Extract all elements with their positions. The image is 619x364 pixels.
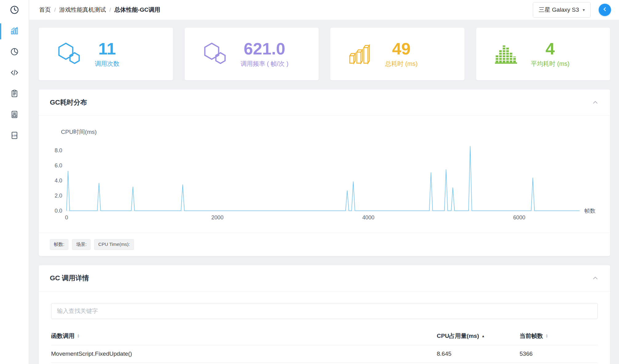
chart-legend-footer: 帧数: 场景: CPU Time(ms): (39, 233, 610, 256)
gc-detail-title: GC 调用详情 (50, 274, 89, 283)
gc-line-chart: 0.02.04.06.08.00200040006000帧数 (45, 141, 604, 230)
stat-value: 621.0 (244, 40, 285, 58)
breadcrumb: 首页 / 游戏性能真机测试 / 总体性能-GC调用 (39, 6, 533, 14)
collapse-panel-toggle[interactable] (592, 274, 599, 282)
stat-card-call-count: 11 调用次数 (39, 28, 173, 80)
gc-detail-panel: GC 调用详情 函数调用 ▲▼ (39, 265, 610, 364)
table-cell: 5366 (520, 345, 598, 362)
gc-distribution-panel: GC耗时分布 CPU时间(ms) 0.02.04.06.08.002000400… (39, 90, 610, 256)
clock-logo-icon (10, 5, 19, 16)
legend-chip-cputime: CPU Time(ms): (94, 239, 134, 250)
top-bar: 首页 / 游戏性能真机测试 / 总体性能-GC调用 三星 Galaxy S3 ▾ (29, 0, 619, 20)
legend-chip-frame: 帧数: (50, 239, 68, 250)
sidebar-item-pie[interactable] (0, 42, 29, 63)
pie-chart-icon (10, 47, 19, 57)
table-header-row: 函数调用 ▲▼ CPU占用量(ms) ▲ 当前帧数 ▲▼ (51, 327, 598, 345)
gc-table-body: MovementScript.FixedUpdate()8.6455366 (51, 345, 598, 363)
column-header-cpu[interactable]: CPU占用量(ms) ▲ (437, 327, 520, 345)
sidebar-item-log[interactable]: LOG (0, 126, 29, 146)
svg-text:LOG: LOG (12, 134, 17, 137)
main-area: 首页 / 游戏性能真机测试 / 总体性能-GC调用 三星 Galaxy S3 ▾ (29, 0, 619, 364)
table-row[interactable]: MovementScript.FixedUpdate()8.6455366 (51, 345, 598, 363)
stat-label: 调用频率 ( 帧/次 ) (241, 60, 289, 68)
breadcrumb-separator: / (54, 6, 56, 13)
log-file-icon: LOG (10, 131, 19, 141)
stat-cards: 11 调用次数 621.0 调用频率 ( 帧/次 ) (39, 28, 610, 80)
panel-collapse-button[interactable] (599, 4, 611, 16)
chevron-left-icon (602, 6, 608, 13)
hexagons-icon (203, 42, 228, 66)
gc-distribution-title: GC耗时分布 (50, 98, 87, 107)
device-selector-label: 三星 Galaxy S3 (539, 6, 579, 14)
svg-text:帧数: 帧数 (585, 208, 596, 214)
chevron-up-icon (593, 100, 598, 105)
clipboard-icon (10, 89, 19, 99)
device-selector-dropdown[interactable]: 三星 Galaxy S3 ▾ (533, 2, 591, 18)
code-icon (10, 68, 19, 78)
sidebar-item-performance[interactable] (0, 21, 29, 42)
breadcrumb-test[interactable]: 游戏性能真机测试 (59, 6, 106, 14)
bars-3d-icon (348, 42, 372, 66)
sidebar-item-logo[interactable] (0, 0, 29, 21)
svg-text:8.0: 8.0 (55, 147, 62, 154)
chevron-down-icon: ▾ (583, 7, 585, 12)
breadcrumb-current: 总体性能-GC调用 (115, 6, 160, 14)
sidebar-item-report[interactable] (0, 105, 29, 126)
stat-card-call-frequency: 621.0 调用频率 ( 帧/次 ) (185, 28, 319, 80)
svg-text:0.0: 0.0 (55, 208, 62, 214)
svg-text:2000: 2000 (211, 214, 224, 221)
content: 11 调用次数 621.0 调用频率 ( 帧/次 ) (29, 20, 619, 364)
stat-label: 平均耗时 (ms) (531, 60, 570, 68)
collapse-panel-toggle[interactable] (592, 98, 599, 106)
svg-text:4000: 4000 (362, 214, 375, 221)
stat-value: 11 (98, 40, 116, 58)
sort-icon: ▲▼ (545, 334, 548, 338)
column-header-function[interactable]: 函数调用 ▲▼ (51, 327, 437, 345)
svg-text:4.0: 4.0 (55, 178, 62, 184)
stat-value: 4 (545, 40, 555, 58)
stat-value: 49 (392, 40, 411, 58)
svg-text:2.0: 2.0 (55, 193, 62, 199)
svg-text:0: 0 (65, 214, 68, 221)
image-document-icon (10, 110, 19, 120)
stat-label: 总耗时 (ms) (385, 60, 418, 68)
sort-ascending-icon: ▲ (481, 334, 485, 338)
stat-card-average-time: 4 平均耗时 (ms) (476, 28, 610, 80)
chart-y-axis-title: CPU时间(ms) (61, 128, 604, 136)
sort-icon: ▲▼ (77, 334, 80, 338)
sidebar: LOG (0, 0, 29, 364)
svg-text:6000: 6000 (513, 214, 525, 221)
table-cell: MovementScript.FixedUpdate() (51, 345, 437, 362)
sidebar-item-clipboard[interactable] (0, 84, 29, 105)
stat-card-total-time: 49 总耗时 (ms) (330, 28, 464, 80)
stat-label: 调用次数 (95, 60, 119, 68)
legend-chip-scene: 场景: (72, 239, 90, 250)
breadcrumb-separator: / (109, 6, 111, 13)
search-input[interactable] (51, 303, 598, 319)
svg-text:6.0: 6.0 (55, 162, 62, 169)
chevron-up-icon (593, 275, 598, 281)
gc-call-table: 函数调用 ▲▼ CPU占用量(ms) ▲ 当前帧数 ▲▼ MovementScr… (51, 327, 598, 363)
column-header-frame[interactable]: 当前帧数 ▲▼ (520, 327, 598, 345)
breadcrumb-home[interactable]: 首页 (39, 6, 51, 14)
sidebar-item-code[interactable] (0, 63, 29, 84)
hexagons-icon (57, 42, 82, 66)
histogram-icon (494, 42, 518, 66)
table-cell: 8.645 (437, 345, 520, 362)
bar-chart-icon (10, 26, 19, 36)
